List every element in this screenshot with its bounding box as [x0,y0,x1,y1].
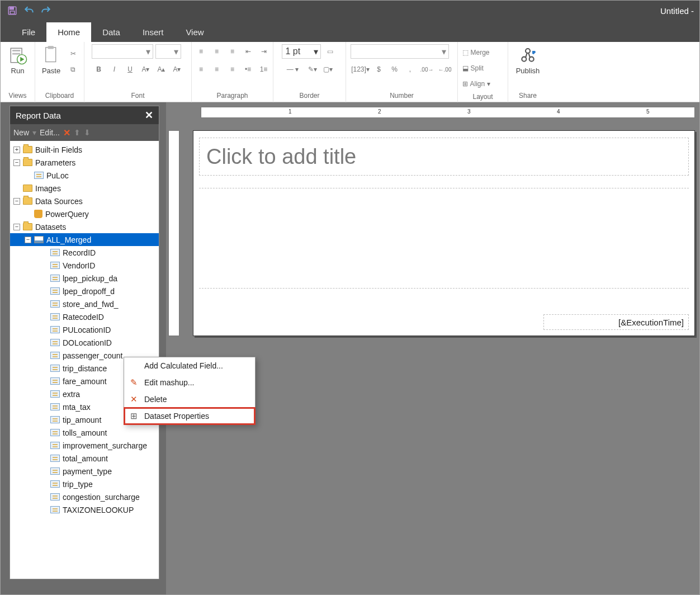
publish-label: Publish [516,67,540,75]
clipboard-group-label: Clipboard [40,90,79,102]
folder-icon [23,197,32,205]
window-title: Untitled - [660,6,694,16]
tree-field[interactable]: payment_type [10,465,159,478]
move-up-icon[interactable]: ⬆ [74,128,81,137]
decrease-indent-button[interactable]: ⇤ [241,44,256,59]
tab-data[interactable]: Data [91,22,131,42]
menu-add-calculated-field[interactable]: Add Calculated Field... [124,357,255,374]
close-icon[interactable]: ✕ [145,109,153,121]
percent-button[interactable]: % [387,62,402,77]
field-icon [50,287,60,295]
tab-view[interactable]: View [174,22,215,42]
border-line-button[interactable]: — ▾ [282,62,304,77]
tree-parameters[interactable]: −Parameters [10,156,159,169]
tree-dataset-allmerged[interactable]: −ALL_Merged [10,233,159,246]
tree-field[interactable]: DOLocationID [10,336,159,349]
align-bottom-button[interactable]: ≡ [225,62,240,77]
align-menu-button[interactable]: ⊞ Align ▾ [462,77,504,91]
svg-rect-5 [12,53,20,55]
report-body[interactable] [199,188,689,289]
font-family-combo[interactable]: ▾ [92,44,153,59]
border-color-button[interactable]: ✎▾ [305,62,320,77]
align-center-button[interactable]: ≡ [210,44,224,59]
font-color-button[interactable]: A▾ [139,62,153,77]
redo-icon[interactable] [40,4,52,17]
menu-delete[interactable]: ✕Delete [124,391,255,408]
tree-field[interactable]: trip_type [10,478,159,490]
edit-button[interactable]: Edit... [40,128,60,137]
tree-field[interactable]: total_amount [10,452,159,465]
move-down-icon[interactable]: ⬇ [84,128,91,137]
folder-icon [23,159,32,166]
border-group-label: Border [278,90,341,102]
tree-param-puloc[interactable]: PuLoc [10,169,159,182]
tree-field[interactable]: lpep_dropoff_d [10,285,159,298]
increase-indent-button[interactable]: ⇥ [257,44,271,59]
bold-button[interactable]: B [92,62,106,77]
tree-field[interactable]: congestion_surcharge [10,490,159,503]
border-width-combo[interactable]: 1 pt▾ [282,44,321,59]
svg-point-11 [526,49,530,53]
save-icon[interactable] [6,4,18,17]
tree-field[interactable]: VendorID [10,259,159,272]
field-icon [50,377,60,385]
paste-button[interactable]: Paste [39,44,64,76]
tree-datasources[interactable]: −Data Sources [10,195,159,207]
delete-icon[interactable]: ✕ [63,128,70,138]
split-button[interactable]: ⬓ Split [462,61,504,75]
italic-button[interactable]: I [107,62,122,77]
execution-time-field[interactable]: [&ExecutionTime] [543,314,689,330]
font-size-combo[interactable]: ▾ [155,44,181,59]
shrink-font-button[interactable]: A▾ [170,62,185,77]
decrease-decimal-button[interactable]: ←.00 [437,62,453,77]
play-report-icon [8,45,28,65]
merge-button[interactable]: ⬚ Merge [462,45,504,60]
copy-icon[interactable]: ⧉ [66,62,81,77]
tree-images[interactable]: Images [10,182,159,195]
tree-builtin-fields[interactable]: +Built-in Fields [10,143,159,156]
comma-button[interactable]: , [403,62,418,77]
border-style-button[interactable]: ▭ [323,44,338,59]
numbering-button[interactable]: 1≡ [257,62,271,77]
placeholder-button[interactable]: [123]▾ [351,62,371,77]
tree-field[interactable]: improvement_surcharge [10,439,159,452]
currency-button[interactable]: $ [372,62,386,77]
align-middle-button[interactable]: ≡ [210,62,224,77]
tree-ds-powerquery[interactable]: PowerQuery [10,207,159,220]
tree-field[interactable]: PULocationID [10,323,159,336]
align-top-button[interactable]: ≡ [194,62,209,77]
tab-home[interactable]: Home [46,22,91,42]
title-placeholder[interactable]: Click to add title [199,138,689,176]
cut-icon[interactable]: ✂ [66,46,81,61]
fill-color-button[interactable]: ▢▾ [321,62,335,77]
bullets-button[interactable]: •≡ [241,62,256,77]
grow-font-button[interactable]: A▴ [154,62,169,77]
tab-file[interactable]: File [11,22,46,42]
menu-dataset-properties[interactable]: ⊞Dataset Properties [124,408,255,424]
tree-datasets[interactable]: −Datasets [10,220,159,233]
tree-field[interactable]: RecordID [10,246,159,259]
tree-field[interactable]: RatecodeID [10,310,159,323]
menu-edit-mashup[interactable]: ✎Edit mashup... [124,374,255,391]
tree-field[interactable]: lpep_pickup_da [10,272,159,285]
new-button[interactable]: New [13,128,29,137]
folder-icon [23,223,32,230]
publish-icon [518,45,538,65]
report-page[interactable]: Click to add title [&ExecutionTime] [193,130,695,336]
field-icon [50,249,60,256]
field-icon [50,326,60,333]
publish-button[interactable]: Publish [514,44,542,76]
run-label: Run [11,67,25,75]
tab-insert[interactable]: Insert [131,22,175,42]
tree-field[interactable]: tolls_amount [10,426,159,439]
tree-field[interactable]: TAXIZONELOOKUP [10,503,159,516]
ribbon-group-font: ▾ ▾ B I U A▾ A▴ A▾ Font [84,42,192,102]
number-format-combo[interactable]: ▾ [351,44,449,59]
tree-field[interactable]: store_and_fwd_ [10,298,159,310]
increase-decimal-button[interactable]: .00→ [419,62,436,77]
underline-button[interactable]: U [123,62,138,77]
align-left-button[interactable]: ≡ [194,44,209,59]
run-button[interactable]: Run [6,44,30,76]
undo-icon[interactable] [23,4,35,17]
align-right-button[interactable]: ≡ [225,44,240,59]
